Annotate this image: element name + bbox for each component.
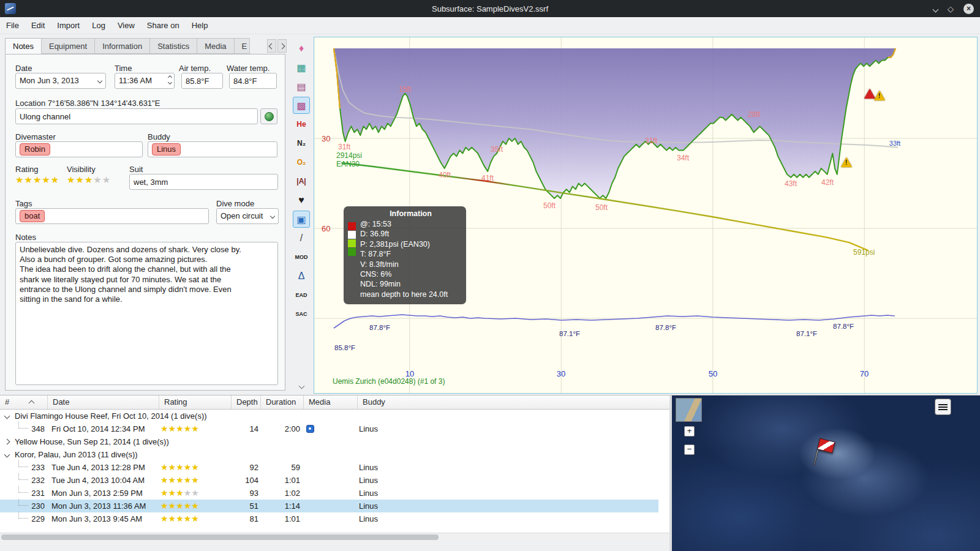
divemaster-tag[interactable]: Robin (20, 143, 50, 156)
dive-buddy: Linus (359, 422, 481, 435)
tab-information[interactable]: Information (94, 38, 149, 54)
menu-view[interactable]: View (111, 17, 141, 34)
dive-profile-chart[interactable]: 30601030507031ft2914psiEAN3015ft40ft41ft… (314, 37, 978, 394)
column-header-date[interactable]: Date (48, 395, 159, 409)
tab-statistics[interactable]: Statistics (149, 38, 197, 54)
column-header-media[interactable]: Media (304, 395, 358, 409)
tags-field[interactable]: boat (15, 208, 209, 224)
close-icon[interactable]: × (963, 4, 974, 14)
tab-notes[interactable]: Notes (5, 38, 41, 54)
mod-toggle[interactable]: MOD (293, 249, 310, 266)
rating-stars[interactable]: ★★★★★ (15, 174, 59, 186)
subsurface-window: Subsurface: SampleDivesV2.ssrf ◇ × FileE… (0, 0, 980, 551)
tab-scroll-right-icon[interactable] (277, 39, 287, 53)
column-header-num[interactable]: # (0, 395, 48, 409)
scrollbar-handle[interactable] (1, 534, 439, 540)
menu-import[interactable]: Import (51, 17, 86, 34)
time-stepper[interactable]: 11:36 AM (115, 73, 175, 89)
maximize-icon[interactable]: ◇ (948, 4, 954, 13)
media-icon[interactable] (306, 425, 314, 433)
tooltip-row: D: 36.9ft (360, 229, 461, 239)
ceiling-icon[interactable]: ▦ (293, 59, 310, 76)
tank-bar-toggle[interactable]: |A| (293, 173, 310, 190)
swimmer-icon[interactable]: ♦ (293, 40, 310, 57)
collapse-icon[interactable] (4, 452, 10, 458)
notes-field[interactable]: Unbelievable dive. Dozens and dozens of … (15, 242, 278, 385)
expand-icon[interactable] (4, 439, 10, 445)
title-bar[interactable]: Subsurface: SampleDivesV2.ssrf ◇ × (0, 0, 980, 17)
trip-row[interactable]: Koror, Palau, Jun 2013 (11 dive(s)) (0, 448, 658, 461)
buddy-tag[interactable]: Linus (152, 143, 181, 156)
trip-row[interactable]: Divi Flamingo House Reef, Fri Oct 10, 20… (0, 410, 658, 422)
column-header-duration[interactable]: Duration (261, 395, 304, 409)
heatmap-icon[interactable]: ▩ (293, 97, 310, 114)
menu-edit[interactable]: Edit (25, 17, 51, 34)
dive-mode-label: Dive mode (216, 199, 254, 208)
menu-file[interactable]: File (0, 17, 25, 34)
ead-toggle[interactable]: EAD (293, 287, 310, 304)
tab-media[interactable]: Media (197, 38, 233, 54)
dive-site-marker[interactable] (811, 438, 836, 472)
water-temp-label: Water temp. (227, 64, 270, 73)
menu-log[interactable]: Log (86, 17, 111, 34)
water-temp-field[interactable] (229, 73, 277, 89)
chevron-down-icon (270, 214, 275, 219)
tooltip-row: V: 8.3ft/min (360, 260, 461, 269)
tab-e[interactable]: E (234, 38, 250, 54)
menu-share-on[interactable]: Share on (141, 17, 186, 34)
location-field[interactable] (15, 108, 258, 124)
he-toggle[interactable]: He (293, 116, 310, 133)
n2-toggle[interactable]: N₂ (293, 135, 310, 152)
buddy-field[interactable]: Linus (148, 141, 277, 157)
map-menu-button[interactable] (935, 399, 951, 415)
dive-mode-select[interactable]: Open circuit (216, 208, 279, 224)
column-header-depth[interactable]: Depth (232, 395, 261, 409)
sac-toggle[interactable]: SAC (293, 305, 310, 323)
map-location-button[interactable] (260, 108, 277, 124)
tissue-icon[interactable]: ▤ (293, 78, 310, 95)
profile-toolbar: ♦▦▤▩HeN₂O₂|A|♥▣/MODΔEADSAC (289, 37, 314, 394)
divemaster-field[interactable]: Robin (15, 141, 143, 157)
rating-label: Rating (15, 165, 39, 174)
deco-toggle[interactable]: Δ (293, 268, 310, 285)
visibility-stars[interactable]: ★★★★★ (67, 174, 111, 186)
column-header-rating[interactable]: Rating (159, 395, 232, 409)
dive-row[interactable]: 231Mon Jun 3, 2013 2:59 PM★★★★★931:02Lin… (0, 487, 658, 500)
tags-label: Tags (15, 199, 32, 208)
svg-text:43ft: 43ft (785, 179, 797, 188)
warning-icon[interactable] (841, 157, 852, 167)
dive-row[interactable]: 230Mon Jun 3, 2013 11:36 AM★★★★★511:14Li… (0, 500, 658, 512)
svg-text:42ft: 42ft (821, 178, 834, 187)
map-zoom-out-button[interactable]: − (684, 444, 695, 455)
dive-row[interactable]: 232Tue Jun 4, 2013 10:04 AM★★★★★1041:01L… (0, 474, 658, 487)
dive-row[interactable]: 348Fri Oct 10, 2014 12:34 PM★★★★★142:00L… (0, 422, 658, 435)
heart-rate-toggle[interactable]: ♥ (293, 192, 310, 209)
svg-text:EAN30: EAN30 (336, 160, 360, 168)
map-zoom-in-button[interactable]: + (684, 426, 695, 437)
o2-toggle[interactable]: O₂ (293, 154, 310, 171)
minimize-icon[interactable] (933, 4, 938, 13)
menu-help[interactable]: Help (186, 17, 214, 34)
spin-down-icon[interactable] (168, 80, 172, 84)
svg-text:85.8°F: 85.8°F (334, 344, 355, 351)
horizontal-scrollbar[interactable] (0, 533, 669, 541)
column-header-buddy[interactable]: Buddy (358, 395, 541, 409)
spin-up-icon[interactable] (168, 75, 172, 80)
collapse-icon[interactable] (4, 413, 10, 419)
map-panel[interactable]: + − (672, 395, 980, 551)
photos-toggle[interactable]: ▣ (293, 211, 310, 228)
ruler-toggle[interactable]: / (293, 230, 310, 247)
warning-icon[interactable] (874, 91, 885, 100)
dive-row[interactable]: 229Mon Jun 3, 2013 9:45 AM★★★★★811:01Lin… (0, 512, 658, 525)
tag-chip[interactable]: boat (20, 210, 45, 222)
air-temp-field[interactable] (181, 73, 223, 89)
dive-row[interactable]: 233Tue Jun 4, 2013 12:28 PM★★★★★9259Linu… (0, 461, 658, 474)
dive-list-body: Divi Flamingo House Reef, Fri Oct 10, 20… (0, 410, 669, 525)
tab-equipment[interactable]: Equipment (41, 38, 94, 54)
bottom-section: #DateRatingDepthDurationMediaBuddy Divi … (0, 395, 980, 551)
date-select[interactable]: Mon Jun 3, 2013 (15, 73, 106, 89)
map-overview-thumbnail[interactable] (676, 398, 702, 422)
tab-scroll-left-icon[interactable] (267, 39, 276, 53)
trip-row[interactable]: Yellow House, Sun Sep 21, 2014 (1 dive(s… (0, 435, 658, 448)
suit-field[interactable] (129, 174, 278, 190)
